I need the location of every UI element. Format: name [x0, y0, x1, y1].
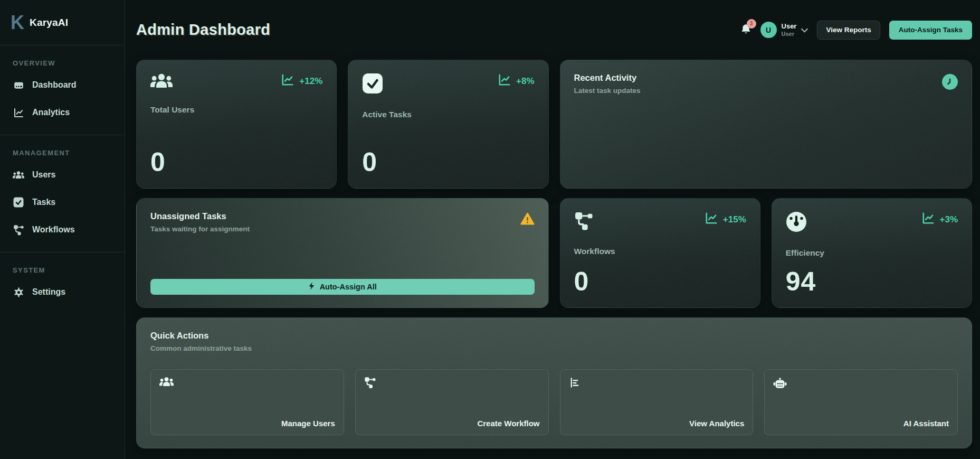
stat-label: Workflows	[574, 247, 746, 256]
unassigned-tasks-card: Unassigned Tasks Tasks waiting for assig…	[136, 198, 549, 308]
stat-value: 0	[574, 268, 746, 295]
sidebar-item-label: Users	[32, 170, 55, 180]
dashboard-icon	[13, 79, 24, 91]
analytics-bars-icon	[569, 377, 745, 391]
tile-label: Manage Users	[281, 419, 335, 428]
stat-value: 94	[786, 268, 958, 295]
sidebar-divider	[0, 252, 125, 252]
card-subtitle: Common administrative tasks	[150, 344, 958, 352]
section-overview: OVERVIEW	[13, 59, 112, 67]
section-management: MANAGEMENT	[13, 149, 112, 157]
card-title: Quick Actions	[150, 331, 958, 341]
clock-icon	[942, 74, 958, 92]
app-name: KaryaAI	[30, 17, 68, 29]
ai-assistant-tile[interactable]: AI Assistant	[764, 369, 958, 435]
logo-row: K KaryaAI	[0, 0, 125, 45]
trend-chart-icon	[705, 211, 718, 228]
trend-value: +12%	[299, 76, 322, 87]
user-info: User User	[782, 22, 797, 38]
analytics-icon	[13, 107, 24, 118]
trend-value: +3%	[940, 214, 958, 225]
trend-indicator: +15%	[705, 211, 746, 228]
workflow-icon	[574, 211, 594, 233]
stat-label: Total Users	[150, 105, 322, 115]
bell-icon	[740, 27, 751, 36]
topbar: Admin Dashboard 3 U User User View Repor…	[125, 0, 980, 60]
trend-chart-icon	[921, 211, 935, 228]
check-square-icon	[362, 73, 383, 96]
auto-assign-all-button[interactable]: Auto-Assign All	[150, 279, 535, 295]
sidebar: K KaryaAI OVERVIEW Dashboard Analytics M…	[0, 0, 125, 459]
card-subtitle: Tasks waiting for assignment	[150, 225, 535, 233]
robot-icon	[773, 377, 949, 391]
create-workflow-tile[interactable]: Create Workflow	[355, 369, 549, 435]
stat-value: 0	[362, 149, 534, 175]
sidebar-item-label: Analytics	[32, 108, 70, 117]
sidebar-nav: OVERVIEW Dashboard Analytics MANAGEMENT …	[0, 59, 125, 306]
dashboard-grid: +12% Total Users 0 +8%	[136, 60, 972, 448]
page-title: Admin Dashboard	[136, 21, 270, 39]
topbar-actions: 3 U User User View Reports Auto-Assign T…	[740, 21, 972, 40]
stat-card-efficiency: +3% Efficiency 94	[772, 198, 972, 308]
trend-indicator: +3%	[921, 211, 958, 228]
lightning-icon	[308, 282, 315, 292]
menu-toggle-button[interactable]	[110, 21, 114, 25]
sidebar-item-tasks[interactable]: Tasks	[13, 189, 112, 216]
workflow-icon	[364, 377, 540, 391]
trend-chart-icon	[498, 73, 511, 89]
card-subtitle: Latest task updates	[574, 87, 958, 95]
users-icon	[159, 377, 335, 389]
stat-value: 0	[150, 149, 322, 175]
user-role: User	[782, 31, 797, 38]
karyaai-logo: K	[11, 13, 24, 32]
users-icon	[13, 169, 24, 181]
tasks-icon	[13, 196, 24, 208]
stat-card-workflows: +15% Workflows 0	[560, 198, 760, 308]
sidebar-item-dashboard[interactable]: Dashboard	[13, 71, 112, 99]
sidebar-item-label: Settings	[32, 287, 65, 297]
auto-assign-tasks-button[interactable]: Auto-Assign Tasks	[889, 21, 972, 40]
trend-indicator: +8%	[498, 73, 535, 89]
sidebar-item-users[interactable]: Users	[13, 161, 112, 189]
gauge-icon	[786, 211, 807, 235]
sidebar-divider	[0, 135, 125, 135]
stat-label: Efficiency	[786, 248, 958, 258]
main-area: Admin Dashboard 3 U User User View Repor…	[125, 0, 980, 459]
sidebar-item-settings[interactable]: Settings	[13, 278, 112, 306]
sidebar-item-label: Tasks	[32, 198, 55, 207]
sidebar-item-label: Workflows	[32, 225, 75, 235]
sidebar-item-analytics[interactable]: Analytics	[13, 99, 112, 126]
tile-label: AI Assistant	[903, 419, 949, 428]
card-title: Recent Activity	[574, 73, 958, 83]
sidebar-item-label: Dashboard	[32, 80, 77, 90]
manage-users-tile[interactable]: Manage Users	[150, 369, 344, 435]
trend-indicator: +12%	[281, 73, 322, 89]
stat-label: Active Tasks	[362, 110, 534, 119]
section-system: SYSTEM	[13, 266, 112, 274]
card-title: Unassigned Tasks	[150, 211, 535, 221]
user-name: User	[782, 22, 797, 31]
user-menu[interactable]: U User User	[760, 22, 808, 38]
tile-label: Create Workflow	[477, 419, 539, 428]
recent-activity-card: Recent Activity Latest task updates	[560, 60, 973, 189]
trend-value: +8%	[516, 76, 535, 87]
trend-value: +15%	[723, 214, 746, 225]
workflow-icon	[13, 224, 24, 236]
quick-action-tiles: Manage Users Create Workflow View Analyt…	[150, 369, 958, 435]
quick-actions-panel: Quick Actions Common administrative task…	[136, 317, 972, 448]
trend-chart-icon	[281, 73, 294, 89]
tile-label: View Analytics	[689, 419, 744, 428]
gear-icon	[13, 286, 24, 298]
warning-icon	[520, 212, 535, 228]
auto-assign-all-label: Auto-Assign All	[320, 283, 377, 291]
notification-badge: 3	[747, 19, 756, 29]
view-analytics-tile[interactable]: View Analytics	[560, 369, 754, 435]
chevron-down-icon	[801, 25, 808, 35]
users-icon	[150, 73, 173, 91]
avatar: U	[760, 22, 777, 38]
stat-card-active-tasks: +8% Active Tasks 0	[348, 60, 548, 189]
stat-card-total-users: +12% Total Users 0	[136, 60, 337, 189]
sidebar-item-workflows[interactable]: Workflows	[13, 216, 112, 243]
notifications-button[interactable]: 3	[740, 23, 751, 37]
view-reports-button[interactable]: View Reports	[817, 21, 880, 40]
